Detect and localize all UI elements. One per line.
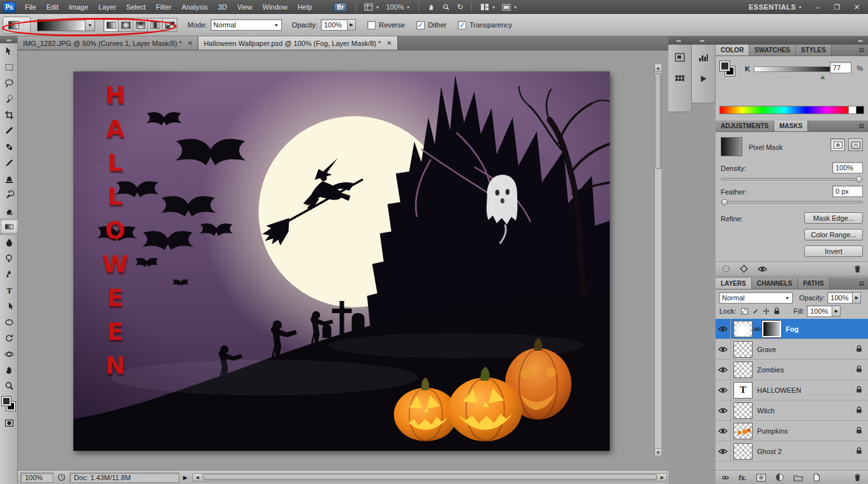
close-button[interactable]: ✕ bbox=[852, 3, 862, 11]
type-tool[interactable]: T bbox=[0, 282, 18, 298]
layer-name[interactable]: HALLOWEEN bbox=[757, 386, 801, 394]
reflected-gradient-icon[interactable] bbox=[147, 18, 163, 32]
tab-masks[interactable]: MASKS bbox=[774, 121, 808, 131]
diamond-gradient-icon[interactable] bbox=[162, 18, 177, 32]
density-slider[interactable] bbox=[721, 178, 863, 180]
mask-edge-button[interactable]: Mask Edge... bbox=[804, 212, 863, 224]
lock-all-icon[interactable] bbox=[772, 307, 781, 316]
visibility-eye-icon[interactable] bbox=[716, 360, 731, 379]
layer-thumbnail[interactable] bbox=[733, 402, 753, 419]
feather-value-field[interactable]: 0 px bbox=[832, 186, 863, 197]
layer-thumbnail[interactable] bbox=[733, 321, 753, 337]
workspace-switcher[interactable]: ESSENTIALS▼ bbox=[749, 3, 802, 11]
arrange-documents-icon[interactable]: ▼ bbox=[480, 3, 496, 11]
document-tab-halloween[interactable]: Halloween Wallpaper.psd @ 100% (Fog, Lay… bbox=[198, 36, 397, 50]
histogram-panel-icon[interactable] bbox=[695, 49, 712, 66]
scroll-up-icon[interactable]: ▲ bbox=[655, 64, 661, 72]
menu-help[interactable]: Help bbox=[293, 0, 318, 14]
density-slider-handle[interactable] bbox=[856, 176, 862, 182]
horizontal-scroll-thumb[interactable] bbox=[203, 474, 657, 480]
restore-button[interactable]: ❐ bbox=[832, 3, 842, 11]
zoom-tool[interactable] bbox=[0, 378, 18, 394]
hand-tool-icon[interactable] bbox=[427, 3, 436, 11]
invert-button[interactable]: Invert bbox=[804, 246, 863, 257]
close-icon[interactable]: ✕ bbox=[188, 40, 193, 47]
visibility-eye-icon[interactable] bbox=[716, 441, 731, 461]
layer-mask-thumbnail[interactable] bbox=[762, 321, 781, 337]
delete-mask-icon[interactable] bbox=[853, 265, 862, 273]
new-layer-icon[interactable] bbox=[813, 473, 820, 481]
view-extras-icon[interactable]: ▼ bbox=[364, 3, 379, 11]
color-range-button[interactable]: Color Range... bbox=[804, 229, 863, 240]
menu-3d[interactable]: 3D bbox=[213, 0, 232, 14]
feather-slider[interactable] bbox=[721, 201, 863, 203]
3d-rotate-tool[interactable] bbox=[0, 330, 18, 346]
layer-row-ghost2[interactable]: Ghost 2 bbox=[716, 441, 868, 462]
launch-bridge-button[interactable]: Br bbox=[334, 3, 347, 12]
mask-link-icon[interactable] bbox=[754, 326, 761, 332]
layer-thumbnail[interactable] bbox=[733, 443, 753, 460]
feather-slider-handle[interactable] bbox=[721, 199, 728, 205]
layer-name[interactable]: Ghost 2 bbox=[757, 448, 782, 455]
blur-tool[interactable] bbox=[0, 235, 18, 251]
rectangular-marquee-tool[interactable] bbox=[0, 59, 18, 75]
adjustment-layer-icon[interactable] bbox=[776, 473, 784, 481]
linear-gradient-icon[interactable] bbox=[103, 18, 119, 32]
pixel-mask-icon[interactable] bbox=[830, 138, 845, 151]
visibility-eye-icon[interactable] bbox=[716, 339, 731, 359]
layer-thumbnail[interactable] bbox=[733, 423, 753, 439]
tab-color[interactable]: COLOR bbox=[716, 45, 749, 55]
text-layer-thumbnail[interactable]: T bbox=[733, 382, 753, 399]
menu-view[interactable]: View bbox=[232, 0, 258, 14]
visibility-eye-icon[interactable] bbox=[716, 319, 731, 339]
layer-name[interactable]: Witch bbox=[757, 407, 775, 414]
opacity-spinner[interactable]: ▶ bbox=[348, 19, 356, 31]
visibility-eye-icon[interactable] bbox=[716, 400, 731, 420]
gradient-tool[interactable] bbox=[0, 219, 18, 235]
horizontal-scrollbar[interactable]: ◀ ▶ bbox=[193, 473, 667, 481]
visibility-eye-icon[interactable] bbox=[716, 421, 731, 441]
density-value-field[interactable]: 100% bbox=[832, 162, 863, 173]
menu-image[interactable]: Image bbox=[64, 0, 94, 14]
eyedropper-tool[interactable] bbox=[0, 123, 18, 139]
mask-thumbnail[interactable] bbox=[721, 137, 742, 156]
halloween-canvas[interactable]: HALLOWEEN bbox=[73, 71, 610, 451]
vertical-scrollbar[interactable]: ▲ ▼ bbox=[654, 64, 661, 456]
layer-name[interactable]: Fog bbox=[786, 325, 798, 333]
mask-options-icon[interactable] bbox=[740, 265, 748, 273]
lock-position-icon[interactable] bbox=[761, 307, 770, 316]
menu-filter[interactable]: Filter bbox=[151, 0, 176, 14]
radial-gradient-icon[interactable] bbox=[118, 18, 133, 32]
document-tab-img1282[interactable]: IMG_1282.JPG @ 50% (Curves 1, Layer Mask… bbox=[18, 36, 198, 50]
dodge-tool[interactable] bbox=[0, 251, 18, 267]
layer-opacity-spinner[interactable]: ▶ bbox=[853, 292, 861, 304]
layer-thumbnail[interactable] bbox=[733, 362, 753, 378]
path-selection-tool[interactable] bbox=[0, 298, 18, 314]
crop-tool[interactable] bbox=[0, 107, 18, 123]
menu-window[interactable]: Window bbox=[258, 0, 293, 14]
menu-edit[interactable]: Edit bbox=[41, 0, 64, 14]
minimize-button[interactable]: – bbox=[813, 3, 822, 11]
visibility-eye-icon[interactable] bbox=[716, 380, 731, 400]
layer-row-fog[interactable]: Fog bbox=[716, 319, 868, 339]
lasso-tool[interactable] bbox=[0, 75, 18, 91]
layer-fill-spinner[interactable]: ▶ bbox=[832, 305, 841, 317]
blend-mode-select[interactable]: Normal▼ bbox=[210, 19, 282, 31]
layer-opacity-field[interactable]: 100% bbox=[827, 292, 853, 304]
slider-marker-icon[interactable] bbox=[820, 73, 825, 79]
layer-blend-mode-select[interactable]: Normal▼ bbox=[719, 292, 793, 304]
quick-selection-tool[interactable] bbox=[0, 91, 18, 107]
menu-select[interactable]: Select bbox=[121, 0, 151, 14]
vertical-scroll-thumb[interactable] bbox=[656, 73, 661, 169]
lock-image-icon[interactable] bbox=[751, 307, 760, 316]
layer-row-zombies[interactable]: Zombies bbox=[716, 360, 868, 380]
tab-adjustments[interactable]: ADJUSTMENTS bbox=[716, 121, 774, 131]
screen-mode-icon[interactable]: ▼ bbox=[502, 4, 517, 11]
black-swatch[interactable] bbox=[856, 106, 864, 114]
add-mask-icon[interactable] bbox=[756, 474, 766, 481]
collapse-strip-icon[interactable]: ◂◂ bbox=[676, 36, 680, 45]
menu-layer[interactable]: Layer bbox=[93, 0, 121, 14]
tab-layers[interactable]: LAYERS bbox=[716, 278, 752, 289]
color-spectrum-ramp[interactable] bbox=[719, 106, 864, 114]
quick-mask-icon[interactable] bbox=[0, 415, 18, 431]
